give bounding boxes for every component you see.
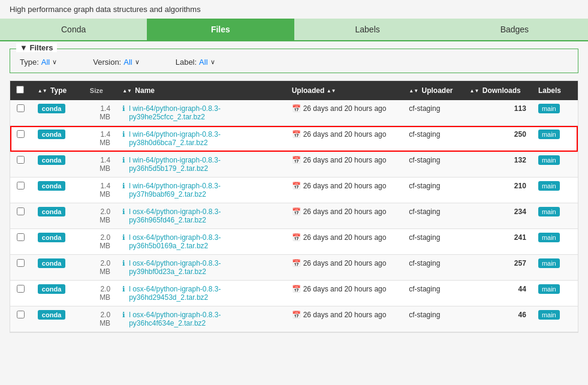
row-checkbox-cell — [10, 255, 32, 281]
table-row: conda 1.4 MB ℹ l win-64/python-igraph-0.… — [10, 126, 578, 152]
label-badge: main — [538, 258, 560, 268]
row-downloads-cell: 132 — [464, 152, 532, 178]
file-cell: ℹ l win-64/python-igraph-0.8.3-py36h5d5b… — [122, 156, 280, 173]
file-link[interactable]: l win-64/python-igraph-0.8.3-py38h0d6bca… — [129, 130, 280, 147]
type-badge: conda — [38, 284, 65, 294]
label-filter[interactable]: Label: All ∨ — [176, 58, 215, 67]
row-downloads-cell: 210 — [464, 178, 532, 203]
row-type-cell: conda — [32, 255, 84, 281]
col-type-label: Type — [50, 86, 67, 95]
row-size-cell: 1.4 MB — [84, 126, 116, 152]
row-name-cell: ℹ l osx-64/python-igraph-0.8.3-py39hbf0d… — [116, 255, 286, 281]
row-size-cell: 2.0 MB — [84, 306, 116, 332]
table-row: conda 1.4 MB ℹ l win-64/python-igraph-0.… — [10, 178, 578, 203]
downloads-sort-arrows: ▲▼ — [470, 89, 480, 94]
row-checkbox[interactable] — [17, 207, 25, 215]
row-type-cell: conda — [32, 229, 84, 255]
row-downloads-cell: 44 — [464, 281, 532, 306]
tab-labels[interactable]: Labels — [294, 19, 441, 40]
row-size-cell: 1.4 MB — [84, 152, 116, 178]
row-checkbox[interactable] — [17, 104, 25, 112]
row-checkbox[interactable] — [17, 182, 25, 190]
col-uploaded[interactable]: Uploaded ▲▼ — [286, 81, 403, 100]
info-icon: ℹ — [122, 182, 125, 190]
file-link[interactable]: l win-64/python-igraph-0.8.3-py37h9babf6… — [129, 182, 280, 198]
row-uploaded-cell: 📅26 days and 20 hours ago — [286, 100, 403, 126]
calendar-icon: 📅 — [292, 311, 301, 319]
files-table: ▲▼ Type Size ▲▼ Name Uploaded ▲▼ ▲▼ Uplo… — [10, 81, 578, 332]
row-checkbox[interactable] — [17, 311, 25, 318]
row-labels-cell: main — [532, 255, 578, 281]
row-labels-cell: main — [532, 126, 578, 152]
col-downloads[interactable]: ▲▼ Downloads — [464, 81, 532, 100]
row-checkbox-cell — [10, 152, 32, 178]
label-badge: main — [538, 104, 560, 113]
row-checkbox-cell — [10, 203, 32, 229]
version-filter-label: Version: — [93, 58, 121, 67]
table-row: conda 1.4 MB ℹ l win-64/python-igraph-0.… — [10, 100, 578, 126]
row-checkbox-cell — [10, 306, 32, 332]
col-name[interactable]: ▲▼ Name — [116, 81, 286, 100]
col-uploaded-label: Uploaded — [292, 86, 325, 95]
version-filter-chevron: ∨ — [135, 58, 140, 66]
file-link[interactable]: l win-64/python-igraph-0.8.3-py39he25cfc… — [129, 104, 280, 121]
table-header-row: ▲▼ Type Size ▲▼ Name Uploaded ▲▼ ▲▼ Uplo… — [10, 81, 578, 100]
row-type-cell: conda — [32, 281, 84, 306]
type-filter-label: Type: — [20, 58, 39, 67]
row-downloads-cell: 241 — [464, 229, 532, 255]
row-checkbox[interactable] — [17, 285, 25, 293]
col-type[interactable]: ▲▼ Type — [32, 81, 84, 100]
calendar-icon: 📅 — [292, 130, 301, 139]
file-link[interactable]: l osx-64/python-igraph-0.8.3-py39hbf0d23… — [129, 259, 280, 276]
file-link[interactable]: l osx-64/python-igraph-0.8.3-py36hc4f634… — [129, 311, 280, 327]
type-badge: conda — [38, 258, 65, 268]
tab-badges[interactable]: Badges — [441, 19, 588, 40]
uploader-sort-arrows: ▲▼ — [409, 89, 418, 94]
label-filter-label: Label: — [176, 58, 197, 67]
calendar-icon: 📅 — [292, 182, 301, 190]
row-checkbox[interactable] — [17, 130, 25, 138]
label-filter-value: All — [199, 58, 207, 67]
table-row: conda 2.0 MB ℹ l osx-64/python-igraph-0.… — [10, 255, 578, 281]
row-uploaded-cell: 📅26 days and 20 hours ago — [286, 203, 403, 229]
row-checkbox[interactable] — [17, 156, 25, 164]
file-cell: ℹ l osx-64/python-igraph-0.8.3-py36h5b01… — [122, 233, 280, 250]
type-badge: conda — [38, 233, 65, 242]
tab-files[interactable]: Files — [147, 19, 294, 40]
table-row: conda 1.4 MB ℹ l win-64/python-igraph-0.… — [10, 152, 578, 178]
table-row: conda 2.0 MB ℹ l osx-64/python-igraph-0.… — [10, 203, 578, 229]
select-all-input[interactable] — [16, 86, 24, 94]
row-checkbox[interactable] — [17, 233, 25, 241]
filters-row: Type: All ∨ Version: All ∨ Label: All ∨ — [20, 55, 568, 67]
info-icon: ℹ — [122, 285, 125, 293]
file-link[interactable]: l win-64/python-igraph-0.8.3-py36h5d5b17… — [129, 156, 280, 173]
tab-conda[interactable]: Conda — [0, 19, 147, 40]
row-checkbox-cell — [10, 100, 32, 126]
row-type-cell: conda — [32, 126, 84, 152]
row-name-cell: ℹ l win-64/python-igraph-0.8.3-py39he25c… — [116, 100, 286, 126]
col-uploader[interactable]: ▲▼ Uploader — [403, 81, 463, 100]
row-uploader-cell: cf-staging — [403, 126, 463, 152]
row-labels-cell: main — [532, 203, 578, 229]
row-checkbox[interactable] — [17, 259, 25, 267]
version-filter[interactable]: Version: All ∨ — [93, 58, 139, 67]
label-badge: main — [538, 284, 560, 294]
file-cell: ℹ l win-64/python-igraph-0.8.3-py39he25c… — [122, 104, 280, 121]
table-row: conda 2.0 MB ℹ l osx-64/python-igraph-0.… — [10, 229, 578, 255]
row-name-cell: ℹ l osx-64/python-igraph-0.8.3-py36h965f… — [116, 203, 286, 229]
version-filter-value: All — [123, 58, 132, 67]
row-type-cell: conda — [32, 306, 84, 332]
file-link[interactable]: l osx-64/python-igraph-0.8.3-py36hd29453… — [129, 285, 280, 302]
type-filter[interactable]: Type: All ∨ — [20, 58, 57, 67]
row-uploaded-cell: 📅26 days and 20 hours ago — [286, 126, 403, 152]
row-labels-cell: main — [532, 178, 578, 203]
row-uploader-cell: cf-staging — [403, 152, 463, 178]
file-cell: ℹ l win-64/python-igraph-0.8.3-py38h0d6b… — [122, 130, 280, 147]
type-badge: conda — [38, 155, 65, 165]
file-link[interactable]: l osx-64/python-igraph-0.8.3-py36h965fd4… — [129, 207, 280, 224]
file-link[interactable]: l osx-64/python-igraph-0.8.3-py36h5b0169… — [129, 233, 280, 250]
row-name-cell: ℹ l osx-64/python-igraph-0.8.3-py36h5b01… — [116, 229, 286, 255]
row-uploaded-cell: 📅26 days and 20 hours ago — [286, 281, 403, 306]
calendar-icon: 📅 — [292, 207, 301, 216]
select-all-checkbox[interactable] — [10, 81, 32, 100]
